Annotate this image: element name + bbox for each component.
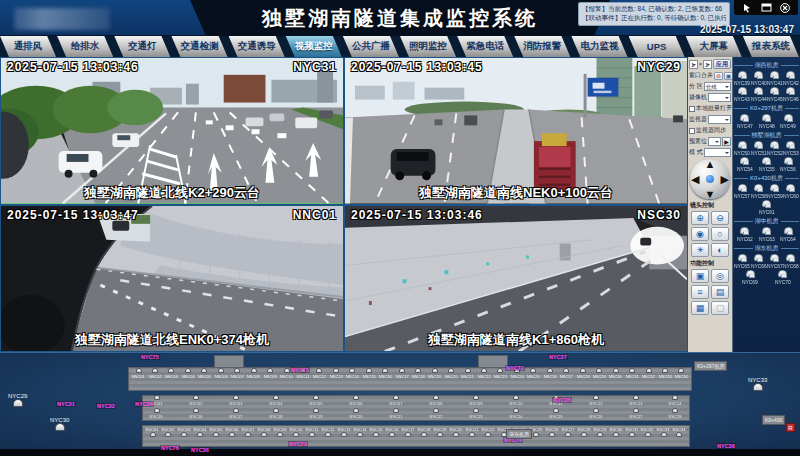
nav-tab[interactable]: 消防报警 [514, 36, 570, 57]
schematic-camera[interactable]: NSC05 [210, 426, 223, 437]
schematic-camera[interactable]: NVC02 [190, 395, 203, 406]
highlighted-camera-label[interactable]: NYC71 [290, 367, 310, 373]
focus-far-icon[interactable]: ○ [711, 227, 729, 241]
focus-near-icon[interactable]: ◉ [691, 227, 709, 241]
tree-camera[interactable]: NYC48 [759, 114, 774, 129]
nav-tab[interactable]: 交通灯 [114, 36, 170, 57]
schematic-camera[interactable]: NYC29 [8, 393, 27, 407]
highlighted-camera-label[interactable]: NYC72 [505, 365, 525, 371]
schematic-camera[interactable]: NNC15 [362, 368, 375, 379]
schematic-camera[interactable]: NSC27 [561, 426, 574, 437]
schematic-camera[interactable]: NNC18 [412, 368, 425, 379]
highlighted-camera-label[interactable]: NYC76 [160, 445, 180, 451]
nav-tab[interactable]: 紧急电话 [457, 36, 513, 57]
schematic-camera[interactable]: NVC19 [310, 408, 323, 419]
schematic-camera[interactable]: NSC15 [370, 426, 383, 437]
tree-camera[interactable]: NYC41 [767, 71, 782, 86]
tree-camera[interactable]: NYC44 [751, 87, 766, 102]
schematic-camera[interactable]: NSC29 [593, 426, 606, 437]
window-icon[interactable] [761, 3, 772, 12]
highlighted-camera-label[interactable]: NYC38 [716, 443, 736, 449]
schematic-camera[interactable]: NVC10 [509, 395, 522, 406]
schematic-camera[interactable]: NYC30 [50, 417, 69, 431]
schematic-camera[interactable]: NNC31 [626, 368, 639, 379]
nav-tab[interactable]: 交通检测 [171, 36, 227, 57]
schematic-camera[interactable]: NNC01 [132, 368, 145, 379]
schematic-camera[interactable]: NVC13 [629, 395, 642, 406]
cursor-icon[interactable] [742, 3, 752, 13]
schematic-camera[interactable]: NNC27 [560, 368, 573, 379]
nav-tab[interactable]: 照明监控 [400, 36, 456, 57]
schematic-camera[interactable]: NVC27 [629, 408, 642, 419]
video-feed-nyc31[interactable]: 2025-07-15 13:03:46 NYC31 独墅湖南隧道北线K2+290… [1, 58, 343, 204]
schematic-camera[interactable]: NVC21 [390, 408, 403, 419]
schematic-camera[interactable]: NSC34 [673, 426, 686, 437]
tree-camera[interactable]: NYC45 [767, 87, 782, 102]
schematic-camera[interactable]: NSC13 [338, 426, 351, 437]
schematic-camera[interactable]: NSC17 [402, 426, 415, 437]
tree-camera[interactable]: NYC60 [783, 184, 798, 199]
schematic-camera[interactable]: NSC26 [545, 426, 558, 437]
schematic-camera[interactable]: NSC08 [258, 426, 271, 437]
monitor-select[interactable] [708, 115, 731, 124]
iris-open-icon[interactable]: ☀ [691, 243, 709, 257]
tree-camera[interactable]: NYC40 [751, 71, 766, 86]
highlighted-camera-label[interactable]: NYC34 [134, 401, 154, 407]
nav-tab[interactable]: 大屏幕 [686, 36, 742, 57]
schematic-camera[interactable]: NVC09 [469, 395, 482, 406]
schematic-camera[interactable]: NNC28 [576, 368, 589, 379]
schematic-camera[interactable]: NNC33 [659, 368, 672, 379]
search-icon[interactable]: ◎ [711, 269, 729, 283]
schematic-camera[interactable]: NVC17 [230, 408, 243, 419]
tree-camera[interactable]: NYC58 [751, 184, 766, 199]
tree-camera[interactable]: NYC50 [735, 141, 750, 156]
schematic-camera[interactable]: NNC29 [593, 368, 606, 379]
schematic-camera[interactable]: NSC30 [609, 426, 622, 437]
schematic-camera[interactable]: NNC04 [181, 368, 194, 379]
schematic-camera[interactable]: NSC14 [354, 426, 367, 437]
schematic-camera[interactable]: NVC08 [429, 395, 442, 406]
schematic-camera[interactable]: NNC30 [609, 368, 622, 379]
camera-block-icon[interactable]: ⊘ [714, 72, 723, 80]
schematic-camera[interactable]: NVC22 [429, 408, 442, 419]
schematic-camera[interactable]: NVC15 [150, 408, 163, 419]
schematic-camera[interactable]: NSC02 [162, 426, 175, 437]
monitor-sync-checkbox[interactable] [689, 128, 695, 134]
highlighted-camera-label[interactable]: NYC37 [548, 354, 568, 360]
schematic-camera[interactable]: NNC17 [395, 368, 408, 379]
copy-icon[interactable]: ▣ [724, 72, 733, 80]
schematic-camera[interactable]: NYC33 [748, 377, 767, 391]
tree-camera[interactable]: NYC54 [737, 157, 752, 172]
schematic-camera[interactable]: NSC19 [433, 426, 446, 437]
local-batch-checkbox[interactable] [689, 106, 695, 112]
tree-camera[interactable]: NYC63 [759, 227, 774, 242]
snapshot-icon[interactable]: ▣ [691, 269, 709, 283]
preset-go-button[interactable]: ▶ [722, 137, 731, 146]
pan-left-arrow-icon[interactable]: ◀ [691, 174, 699, 184]
tree-camera[interactable]: NYC62 [737, 227, 752, 242]
schematic-camera[interactable]: NSC28 [577, 426, 590, 437]
tree-camera[interactable]: NYC65 [735, 254, 750, 269]
schematic-camera[interactable]: NNC12 [313, 368, 326, 379]
schematic-camera[interactable]: NSC01 [146, 426, 159, 437]
schematic-camera[interactable]: NVC03 [230, 395, 243, 406]
tree-camera[interactable]: NYC42 [783, 71, 798, 86]
apply-button[interactable]: 应用 [713, 59, 731, 69]
zoom-out-icon[interactable]: ⊖ [711, 211, 729, 225]
schematic-camera[interactable]: NSC16 [386, 426, 399, 437]
schematic-camera[interactable]: NNC20 [445, 368, 458, 379]
nav-tab[interactable]: 电力监视 [571, 36, 627, 57]
tree-camera[interactable]: NYC39 [735, 71, 750, 86]
schematic-camera[interactable]: NVC14 [669, 395, 682, 406]
zone-select[interactable]: 北线 [704, 82, 731, 91]
schematic-camera[interactable]: NVC18 [270, 408, 283, 419]
nav-tab[interactable]: 通排风 [0, 36, 56, 57]
tree-camera[interactable]: NYC51 [751, 141, 766, 156]
mode-select[interactable] [704, 148, 731, 157]
camera-select[interactable] [708, 93, 731, 102]
schematic-camera[interactable]: NSC07 [242, 426, 255, 437]
tree-camera[interactable]: NYC59 [767, 184, 782, 199]
schematic-camera[interactable]: NNC02 [148, 368, 161, 379]
preset-call-icon[interactable]: ≡ [691, 285, 709, 299]
schematic-camera[interactable]: NNC13 [329, 368, 342, 379]
